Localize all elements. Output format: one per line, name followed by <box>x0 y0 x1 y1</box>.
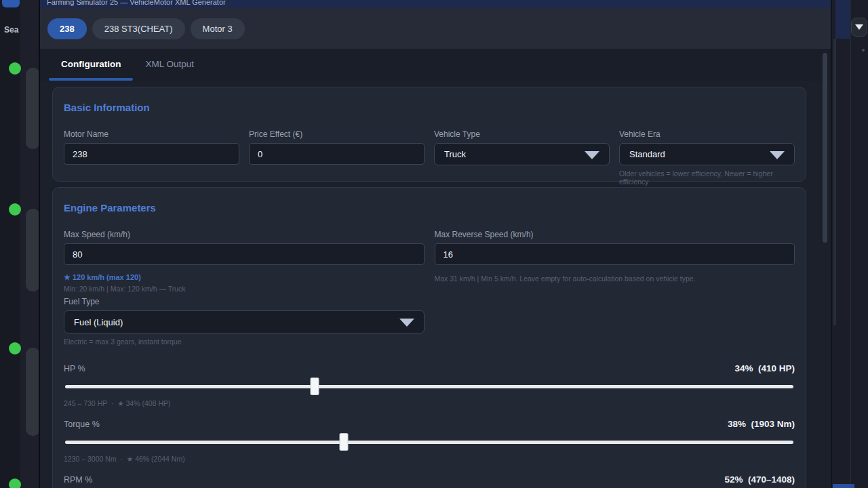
background-scrollbar <box>833 39 836 325</box>
fuel-type-label: Fuel Type <box>64 297 425 306</box>
background-titlebar-sliver <box>835 0 850 39</box>
hp-slider-handle[interactable] <box>310 378 319 395</box>
motor-name-field: Motor Name <box>64 129 239 186</box>
torque-slider-hint: 1230 – 3000 Nm · ★ 46% (2044 Nm) <box>64 455 795 463</box>
vehicle-era-value: Standard <box>629 149 665 159</box>
chevron-down-icon <box>399 319 414 327</box>
fuel-type-hint: Electric = max 3 gears, instant torque <box>64 338 425 346</box>
view-tab-bar: Configuration XML Output <box>40 49 831 81</box>
hp-slider-hint: 245 – 730 HP · ★ 34% (408 HP) <box>64 399 795 407</box>
vehicle-era-hint: Older vehicles = lower efficiency, Newer… <box>619 169 795 186</box>
torque-slider-track <box>65 441 793 444</box>
tab-configuration[interactable]: Configuration <box>49 49 133 81</box>
basic-information-title: Basic Information <box>64 102 795 113</box>
background-window-right <box>832 0 868 488</box>
background-list-item <box>26 68 40 149</box>
motor-name-input[interactable] <box>64 143 239 165</box>
torque-slider[interactable] <box>64 433 795 451</box>
max-reverse-speed-label: Max Reverse Speed (km/h) <box>435 230 795 239</box>
app-window: Farming Simulator 25 — VehicleMotor XML … <box>39 0 832 488</box>
fuel-type-value: Fuel (Liquid) <box>74 317 123 327</box>
window-title: Farming Simulator 25 — VehicleMotor XML … <box>47 0 831 6</box>
avatar <box>9 203 21 216</box>
rpm-slider-group: RPM % 52% (470–1408) 550 – 2200 RPM · ★ … <box>64 474 795 488</box>
engine-parameters-title: Engine Parameters <box>64 202 795 214</box>
vertical-scrollbar[interactable] <box>823 53 827 243</box>
background-list-item <box>26 209 40 291</box>
motor-tab-motor-3[interactable]: Motor 3 <box>191 18 245 39</box>
basic-information-panel: Basic Information Motor Name Price Effec… <box>52 87 806 182</box>
torque-slider-label: Torque % <box>64 420 100 429</box>
max-reverse-speed-input[interactable] <box>435 243 795 265</box>
vehicle-era-select[interactable]: Standard <box>619 143 795 165</box>
background-window-edge <box>850 0 851 488</box>
vehicle-type-label: Vehicle Type <box>434 129 610 139</box>
active-tab-underline <box>49 78 133 81</box>
price-effect-input[interactable] <box>249 143 425 165</box>
engine-sliders: HP % 34% (410 HP) 245 – 730 HP · ★ 34% (… <box>64 363 795 488</box>
motor-tab-strip: 238 238 ST3(CHEAT) Motor 3 <box>40 8 831 49</box>
vehicle-type-field: Vehicle Type Truck <box>434 129 610 186</box>
vehicle-era-field: Vehicle Era Standard Older vehicles = lo… <box>619 129 795 186</box>
vehicle-type-value: Truck <box>444 149 466 159</box>
hp-slider[interactable] <box>64 378 795 395</box>
fuel-type-field: Fuel Type Fuel (Liquid) Electric = max 3… <box>64 297 425 346</box>
avatar <box>9 479 21 488</box>
background-window-left: Sea <box>0 0 39 488</box>
chevron-down-icon <box>585 151 599 159</box>
hp-slider-value: 34% (410 HP) <box>734 363 795 373</box>
chevron-down-icon <box>770 151 785 159</box>
titlebar: Farming Simulator 25 — VehicleMotor XML … <box>40 0 831 8</box>
torque-slider-group: Torque % 38% (1903 Nm) 1230 – 3000 Nm · … <box>64 419 795 463</box>
price-effect-field: Price Effect (€) <box>249 129 425 186</box>
avatar <box>9 342 21 354</box>
vehicle-type-select[interactable]: Truck <box>434 143 610 165</box>
motor-tab-238-st3-cheat[interactable]: 238 ST3(CHEAT) <box>92 18 185 39</box>
background-dot <box>862 49 865 52</box>
motor-tab-238[interactable]: 238 <box>47 18 87 39</box>
max-reverse-speed-field: Max Reverse Speed (km/h) Max 31 km/h | M… <box>435 230 795 346</box>
rpm-slider-label: RPM % <box>64 475 92 485</box>
tab-xml-output[interactable]: XML Output <box>133 49 206 81</box>
max-speed-range-hint: Min: 20 km/h | Max: 120 km/h — Truck <box>64 285 425 293</box>
vehicle-era-label: Vehicle Era <box>619 129 795 139</box>
background-search-label: Sea <box>4 25 18 35</box>
tab-configuration-label: Configuration <box>61 59 121 69</box>
hp-slider-track <box>65 385 793 388</box>
configuration-content: Basic Information Motor Name Price Effec… <box>40 81 831 488</box>
price-effect-label: Price Effect (€) <box>249 129 425 139</box>
rpm-slider-value: 52% (470–1408) <box>724 474 795 485</box>
max-speed-input[interactable] <box>64 243 425 265</box>
background-dropdown-button <box>851 18 867 37</box>
background-list-item <box>26 348 40 436</box>
torque-slider-handle[interactable] <box>339 433 348 451</box>
max-speed-field: Max Speed (km/h) ★ 120 km/h (max 120) Mi… <box>64 230 425 346</box>
max-speed-label: Max Speed (km/h) <box>64 230 425 239</box>
engine-parameters-panel: Engine Parameters Max Speed (km/h) ★ 120… <box>52 187 806 488</box>
background-blue-sliver <box>833 484 854 488</box>
avatar <box>9 62 21 75</box>
tab-xml-output-label: XML Output <box>145 59 194 69</box>
max-speed-star-hint: ★ 120 km/h (max 120) <box>64 273 425 282</box>
background-blue-button <box>2 0 20 7</box>
fuel-type-select[interactable]: Fuel (Liquid) <box>64 310 425 333</box>
chevron-down-icon <box>855 24 863 30</box>
hp-slider-label: HP % <box>64 364 85 373</box>
torque-slider-value: 38% (1903 Nm) <box>728 419 795 429</box>
motor-name-label: Motor Name <box>64 129 239 139</box>
max-reverse-speed-hint: Max 31 km/h | Min 5 km/h. Leave empty fo… <box>435 274 795 283</box>
hp-slider-group: HP % 34% (410 HP) 245 – 730 HP · ★ 34% (… <box>64 363 795 407</box>
